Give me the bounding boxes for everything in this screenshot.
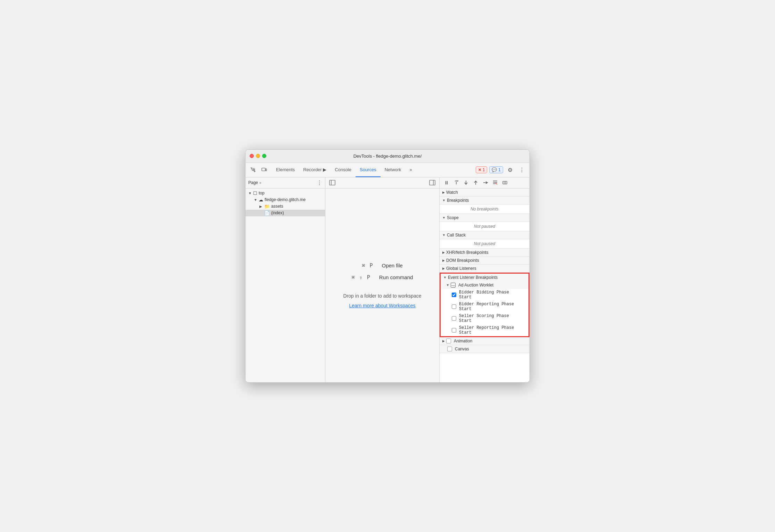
breakpoints-section-header[interactable]: ▼ Breakpoints [440,197,530,205]
tree-item-top[interactable]: ▼ ☐ top [245,190,325,197]
step-button[interactable] [481,178,490,187]
scope-label: Scope [447,215,459,220]
bidder-reporting-item: Bidder Reporting Phase Start [441,301,528,313]
event-listener-breakpoints-section: ▼ Event Listener Breakpoints ▼ — Ad Auct… [440,273,530,337]
more-options-icon[interactable]: ⋮ [517,165,527,175]
seller-scoring-checkbox[interactable] [452,316,456,321]
bidder-bidding-checkbox[interactable] [452,292,456,297]
maximize-button[interactable] [262,154,266,158]
traffic-lights [250,154,266,158]
inspect-icon[interactable] [248,165,258,175]
svg-rect-1 [266,169,267,171]
ad-auction-subsection-header[interactable]: ▼ — Ad Auction Worklet [441,281,528,289]
svg-rect-4 [430,180,435,185]
scope-section-header[interactable]: ▼ Scope [440,214,530,222]
canvas-section-header[interactable]: Canvas [440,345,530,353]
watch-arrow-icon: ▶ [442,191,445,194]
tree-item-assets[interactable]: ▶ 📁 assets [245,203,325,210]
pause-button[interactable]: ⏸ [442,178,451,187]
call-stack-label: Call Stack [447,233,466,238]
minimize-button[interactable] [256,154,260,158]
tab-bar-tabs: Elements Recorder ▶ Console Sources Netw… [272,163,476,177]
sidebar-toggle-left-icon[interactable] [328,178,336,187]
tree-icon-fledge: ☁ [259,197,263,202]
ad-auction-label: Ad Auction Worklet [458,283,493,288]
step-out-button[interactable] [472,178,480,187]
tree-arrow-top: ▼ [248,191,252,195]
svg-rect-14 [503,181,507,184]
drop-text: Drop in a folder to add to workspace [343,293,422,299]
step-over-button[interactable] [452,178,460,187]
event-listener-section-header[interactable]: ▼ Event Listener Breakpoints [441,274,528,281]
center-content: ⌘ P Open file ⌘ ⇧ P Run command Drop in … [325,189,439,382]
device-toolbar-icon[interactable] [259,165,269,175]
deactivate-breakpoints-button[interactable] [491,178,499,187]
canvas-checkbox-empty [447,347,452,351]
bidder-bidding-item: Bidder Bidding Phase Start [441,289,528,301]
tab-recorder[interactable]: Recorder ▶ [299,163,331,177]
center-panel: ⌘ P Open file ⌘ ⇧ P Run command Drop in … [325,177,439,382]
animation-checkbox-empty [446,339,451,343]
svg-rect-2 [330,180,335,185]
info-badge[interactable]: 💬 1 [489,166,503,173]
panel-more-icon[interactable]: ⋮ [317,180,322,186]
animation-section-header[interactable]: ▶ Animation [440,337,530,345]
xhr-section-header[interactable]: ▶ XHR/fetch Breakpoints [440,249,530,257]
call-stack-content: Not paused [440,239,530,249]
global-listeners-arrow-icon: ▶ [442,267,445,270]
animation-label: Animation [454,339,472,343]
event-listener-content: ▼ — Ad Auction Worklet Bidder Bidding Ph… [441,281,528,336]
close-button[interactable] [250,154,254,158]
bidder-reporting-label: Bidder Reporting Phase Start [459,302,517,311]
global-listeners-section-header[interactable]: ▶ Global Listeners [440,265,530,273]
watch-label: Watch [446,190,458,195]
seller-reporting-item: Seller Reporting Phase Start [441,324,528,336]
tree-item-index[interactable]: 📄 (index) [245,210,325,216]
scope-content: Not paused [440,222,530,231]
file-tree: ▼ ☐ top ▼ ☁ fledge-demo.glitch.me ▶ 📁 as… [245,189,325,382]
right-panel: ⏸ [439,177,530,382]
error-icon: ✕ [478,168,481,172]
debugger-toolbar: ⏸ [440,177,530,189]
call-stack-arrow-icon: ▼ [442,233,445,237]
animation-arrow-icon: ▶ [442,339,445,343]
file-icon: 📄 [264,210,270,216]
tree-icon-top: ☐ [253,191,257,196]
xhr-arrow-icon: ▶ [442,251,445,254]
bidder-reporting-checkbox[interactable] [452,304,456,309]
chevron-right-icon: » [259,181,261,185]
error-badge[interactable]: ✕ 1 [476,166,488,173]
tab-sources[interactable]: Sources [356,163,381,177]
title-bar: DevTools - fledge-demo.glitch.me/ [245,150,530,163]
tab-console[interactable]: Console [331,163,356,177]
breakpoints-content: No breakpoints [440,205,530,214]
tree-label-top: top [259,191,265,196]
shortcut-row-2: ⌘ ⇧ P Run command [352,274,413,281]
learn-link[interactable]: Learn more about Workspaces [349,303,415,308]
tree-arrow-fledge: ▼ [254,198,257,202]
pause-exceptions-button[interactable] [501,178,509,187]
settings-icon[interactable]: ⚙ [505,165,515,175]
folder-icon: 📁 [264,204,270,209]
event-listener-label: Event Listener Breakpoints [448,275,498,280]
svg-line-13 [496,183,497,184]
breakpoints-arrow-icon: ▼ [442,199,445,202]
step-into-button[interactable] [462,178,470,187]
tab-elements[interactable]: Elements [272,163,299,177]
seller-reporting-checkbox[interactable] [452,328,456,333]
dom-section-header[interactable]: ▶ DOM Breakpoints [440,257,530,265]
dom-label: DOM Breakpoints [446,258,479,263]
call-stack-section-header[interactable]: ▼ Call Stack [440,231,530,239]
shortcut-label-open-file: Open file [382,263,403,268]
tree-label-index: (index) [271,210,284,215]
sidebar-toggle-right-icon[interactable] [428,178,436,187]
watch-section-header[interactable]: ▶ Watch [440,189,530,197]
tab-network[interactable]: Network [381,163,406,177]
tree-item-fledge[interactable]: ▼ ☁ fledge-demo.glitch.me [245,197,325,203]
xhr-label: XHR/fetch Breakpoints [446,250,488,255]
shortcut-keys-run-command: ⌘ ⇧ P [352,274,371,281]
breakpoints-label: Breakpoints [447,198,469,203]
tab-more[interactable]: » [405,163,416,177]
center-toolbar [325,177,439,189]
chat-icon: 💬 [492,167,497,172]
